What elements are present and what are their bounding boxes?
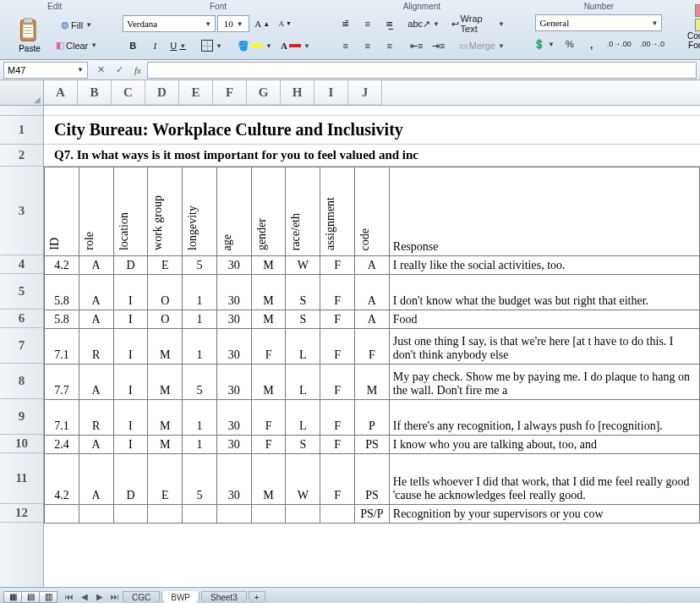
cell[interactable]: 1: [183, 275, 217, 310]
cell[interactable]: 7.1: [45, 400, 79, 436]
clear-button[interactable]: ◧ Clear ▼: [52, 36, 101, 55]
column-header-B[interactable]: B: [78, 80, 112, 105]
header-id[interactable]: ID: [45, 167, 79, 256]
cell[interactable]: L: [286, 400, 320, 436]
cell[interactable]: I: [113, 310, 148, 329]
grow-font-button[interactable]: A▲: [251, 14, 273, 33]
cell[interactable]: F: [320, 454, 355, 505]
cell[interactable]: 30: [216, 329, 251, 365]
page-layout-view-button[interactable]: ▤: [21, 591, 40, 603]
confirm-entry-button[interactable]: ✓: [111, 62, 128, 79]
response-cell[interactable]: I really like the social activities, too…: [389, 256, 699, 275]
row-header-4[interactable]: 4: [0, 255, 43, 274]
formula-input[interactable]: [147, 62, 697, 79]
cell[interactable]: F: [251, 329, 286, 365]
cell[interactable]: 4.2: [45, 256, 79, 275]
cell[interactable]: 4.2: [45, 454, 79, 505]
sheet-tab-sheet3[interactable]: Sheet3: [201, 591, 247, 603]
cell[interactable]: I: [113, 275, 148, 310]
cell[interactable]: I: [113, 365, 148, 400]
cell[interactable]: 30: [216, 400, 251, 436]
cell[interactable]: A: [79, 436, 113, 454]
cell[interactable]: F: [355, 329, 390, 365]
italic-button[interactable]: I: [145, 36, 165, 55]
header-age[interactable]: age: [216, 167, 251, 256]
cell[interactable]: F: [320, 400, 355, 436]
cell[interactable]: [216, 505, 251, 524]
header-response[interactable]: Response: [389, 167, 699, 256]
response-cell[interactable]: Food: [389, 310, 699, 329]
cell[interactable]: PS: [355, 454, 390, 505]
merge-button[interactable]: ▭ Merge ▼: [456, 36, 508, 55]
response-cell[interactable]: Recognition by your supervisors or you c…: [389, 505, 699, 524]
increase-decimal-button[interactable]: .00→.0: [637, 35, 668, 53]
cell[interactable]: 2.4: [45, 436, 79, 454]
cell[interactable]: F: [320, 436, 355, 454]
bold-button[interactable]: B: [123, 36, 143, 55]
cell[interactable]: [286, 505, 320, 524]
row-header-12[interactable]: 12: [0, 504, 43, 523]
cell[interactable]: 30: [216, 310, 251, 329]
fill-color-button[interactable]: 🪣 ▼: [234, 36, 276, 55]
cell[interactable]: 7.1: [45, 329, 79, 365]
cell[interactable]: 5: [183, 365, 217, 400]
tab-last-button[interactable]: ⏭: [108, 590, 122, 604]
header-gender[interactable]: gender: [251, 167, 286, 256]
fx-button[interactable]: fx: [129, 62, 146, 79]
sheet-tab-cgc[interactable]: CGC: [123, 591, 160, 603]
cell[interactable]: 1: [183, 329, 217, 365]
cell[interactable]: PS: [355, 436, 390, 454]
cell[interactable]: [183, 505, 217, 524]
row-header-8[interactable]: 8: [0, 364, 43, 399]
decrease-indent-button[interactable]: ⇤≡: [407, 36, 427, 55]
underline-button[interactable]: U ▼: [167, 36, 189, 55]
cell[interactable]: F: [320, 310, 355, 329]
row-header-6[interactable]: 6: [0, 310, 43, 328]
cell[interactable]: L: [286, 329, 320, 365]
wrap-text-button[interactable]: ↩ Wrap Text ▼: [448, 14, 508, 33]
font-name-select[interactable]: Verdana ▼: [123, 15, 216, 32]
number-format-select[interactable]: General ▼: [535, 14, 662, 31]
cell[interactable]: D: [113, 454, 148, 505]
cell[interactable]: D: [113, 256, 148, 275]
row-header-9[interactable]: 9: [0, 399, 43, 435]
response-cell[interactable]: Just one thing I say, is that we're here…: [389, 329, 699, 365]
header-assignment[interactable]: assignment: [320, 167, 355, 256]
cell[interactable]: 5.8: [45, 275, 79, 310]
header-code[interactable]: code: [355, 167, 390, 256]
cell[interactable]: F: [320, 275, 355, 310]
cell[interactable]: F: [251, 436, 286, 454]
cancel-entry-button[interactable]: ✕: [92, 62, 109, 79]
cell[interactable]: M: [148, 329, 183, 365]
cell[interactable]: F: [320, 365, 355, 400]
cell[interactable]: A: [355, 256, 390, 275]
cell[interactable]: A: [355, 310, 390, 329]
cell[interactable]: A: [79, 365, 113, 400]
cell[interactable]: R: [79, 329, 113, 365]
column-header-A[interactable]: A: [44, 80, 78, 105]
tab-first-button[interactable]: ⏮: [63, 590, 76, 604]
cell[interactable]: M: [355, 365, 390, 400]
cell[interactable]: E: [148, 454, 183, 505]
align-middle-button[interactable]: ≡: [358, 14, 378, 33]
align-top-button[interactable]: ≡̄: [336, 14, 356, 33]
cell[interactable]: P: [355, 400, 390, 436]
cell[interactable]: E: [148, 256, 183, 275]
subtitle-cell[interactable]: Q7. In what ways is it most important fo…: [44, 145, 700, 167]
cell[interactable]: 30: [216, 256, 251, 275]
cell[interactable]: A: [79, 454, 113, 505]
align-bottom-button[interactable]: ≡̲: [380, 14, 400, 33]
cell[interactable]: M: [251, 365, 286, 400]
fill-button[interactable]: ◍ Fill ▼: [52, 16, 101, 35]
page-break-view-button[interactable]: ▥: [39, 591, 57, 603]
row-header-5[interactable]: 5: [0, 274, 43, 310]
cell[interactable]: [45, 505, 79, 524]
column-header-F[interactable]: F: [213, 80, 247, 105]
cell[interactable]: F: [251, 400, 286, 436]
add-sheet-button[interactable]: +: [249, 591, 265, 603]
font-color-button[interactable]: A ▼: [277, 36, 314, 55]
percent-button[interactable]: %: [560, 35, 580, 53]
cell[interactable]: A: [79, 310, 113, 329]
conditional-formatting-button[interactable]: Conditional Formatting: [685, 2, 700, 52]
cell[interactable]: A: [355, 275, 390, 310]
